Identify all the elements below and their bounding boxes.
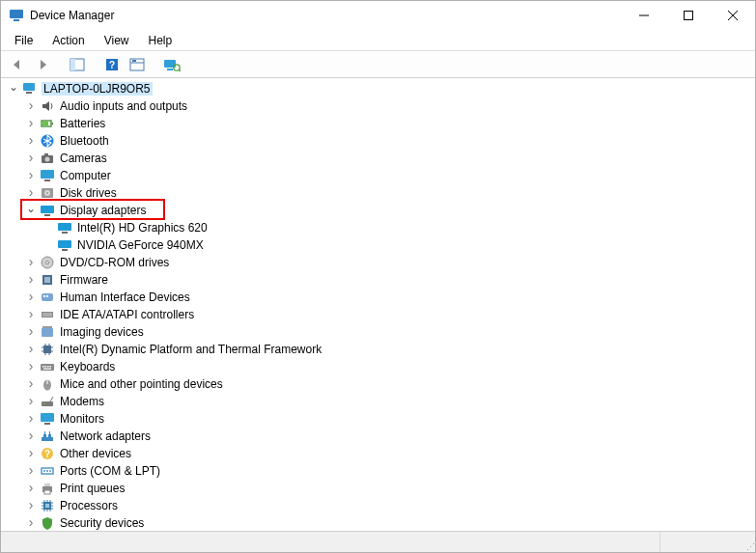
tree-item[interactable]: Network adapters [5, 428, 755, 445]
tree-item-label: Audio inputs and outputs [60, 99, 187, 113]
tree-item[interactable]: Keyboards [5, 358, 755, 375]
chevron-right-icon[interactable] [24, 464, 38, 478]
toolbar-help-button[interactable]: ? [101, 54, 123, 75]
tree-item-label: Intel(R) Dynamic Platform and Thermal Fr… [60, 343, 322, 356]
chevron-right-icon[interactable] [24, 134, 38, 148]
chevron-right-icon[interactable] [24, 169, 38, 182]
tree-item-label: Intel(R) HD Graphics 620 [77, 221, 208, 235]
chevron-right-icon[interactable] [24, 499, 38, 512]
chevron-right-icon[interactable] [24, 273, 38, 287]
svg-rect-31 [41, 206, 54, 213]
chevron-right-icon[interactable] [24, 256, 38, 269]
tree-item[interactable]: Intel(R) HD Graphics 620 [5, 219, 755, 236]
toolbar-properties-button[interactable] [126, 54, 148, 75]
tree-item[interactable]: Audio inputs and outputs [5, 97, 755, 115]
tree-item[interactable]: Ports (COM & LPT) [5, 462, 755, 480]
tree-item[interactable]: Print queues [5, 480, 755, 497]
svg-rect-71 [42, 437, 53, 441]
tree-item[interactable]: Cameras [5, 150, 755, 167]
svg-rect-0 [10, 10, 23, 18]
chevron-right-icon[interactable] [24, 325, 38, 339]
svg-rect-63 [43, 369, 51, 370]
maximize-button[interactable] [666, 1, 711, 30]
chevron-right-icon[interactable] [24, 429, 38, 443]
tree-item[interactable]: Mice and other pointing devices [5, 375, 755, 393]
close-button[interactable] [711, 1, 755, 30]
chevron-down-icon[interactable] [24, 204, 38, 217]
tree-item[interactable]: Disk drives [5, 184, 755, 202]
svg-text:?: ? [109, 60, 115, 70]
chevron-right-icon[interactable] [24, 516, 38, 530]
minimize-button[interactable] [622, 1, 666, 30]
chevron-right-icon[interactable] [24, 99, 38, 113]
toolbar-forward-button[interactable] [32, 54, 53, 75]
tree-item-label: Human Interface Devices [60, 290, 190, 304]
tree-item[interactable]: LAPTOP-0LJR9OR5 [5, 80, 755, 97]
menu-action[interactable]: Action [44, 32, 92, 49]
tree-item-label: NVIDIA GeForce 940MX [77, 238, 204, 252]
toolbar-back-button[interactable] [7, 54, 28, 75]
svg-rect-36 [62, 249, 68, 251]
tree-item[interactable]: Modems [5, 393, 755, 410]
display-icon [57, 237, 72, 253]
svg-rect-20 [52, 123, 54, 124]
tree-item[interactable]: Imaging devices [5, 323, 755, 341]
svg-rect-43 [46, 295, 48, 297]
tree-item[interactable]: Bluetooth [5, 132, 755, 150]
menu-help[interactable]: Help [141, 32, 181, 49]
tree-item[interactable]: NVIDIA GeForce 940MX [5, 236, 755, 254]
svg-rect-17 [23, 83, 35, 91]
device-tree[interactable]: LAPTOP-0LJR9OR5Audio inputs and outputsB… [1, 78, 755, 531]
tree-item[interactable]: Security devices [5, 514, 755, 531]
tree-item[interactable]: Display adapters [5, 202, 755, 219]
modem-icon [40, 394, 55, 409]
svg-rect-70 [44, 423, 50, 425]
menu-view[interactable]: View [97, 32, 137, 49]
svg-rect-35 [58, 240, 71, 248]
tree-item-label: Bluetooth [60, 134, 109, 148]
svg-line-68 [50, 397, 53, 401]
tree-item[interactable]: ?Other devices [5, 445, 755, 462]
window-title: Device Manager [30, 9, 114, 22]
chevron-right-icon[interactable] [24, 360, 38, 373]
tree-item-label: Firmware [60, 273, 108, 287]
chevron-right-icon[interactable] [24, 290, 38, 304]
tree-pane-icon [70, 57, 85, 72]
tree-item[interactable]: DVD/CD-ROM drives [5, 254, 755, 271]
tree-item[interactable]: Intel(R) Dynamic Platform and Thermal Fr… [5, 341, 755, 358]
tree-item[interactable]: Computer [5, 167, 755, 184]
chevron-right-icon[interactable] [24, 117, 38, 130]
chevron-right-icon[interactable] [24, 377, 38, 391]
menu-file[interactable]: File [7, 32, 41, 49]
tree-item-label: Security devices [60, 516, 144, 530]
tree-item[interactable]: Firmware [5, 271, 755, 289]
chevron-right-icon[interactable] [24, 482, 38, 495]
chevron-right-icon[interactable] [24, 412, 38, 426]
tree-item[interactable]: Human Interface Devices [5, 289, 755, 306]
processor-icon [40, 498, 55, 513]
tree-item[interactable]: Batteries [5, 115, 755, 132]
svg-rect-26 [41, 170, 54, 179]
chevron-right-icon[interactable] [24, 343, 38, 356]
chevron-right-icon[interactable] [24, 308, 38, 321]
tree-item-label: DVD/CD-ROM drives [60, 256, 169, 269]
tree-item[interactable]: Processors [5, 497, 755, 514]
resize-grip-icon[interactable]: ⋰ [738, 532, 755, 552]
svg-rect-40 [44, 277, 50, 283]
tree-item[interactable]: IDE ATA/ATAPI controllers [5, 306, 755, 323]
svg-rect-86 [45, 504, 49, 508]
tree-item-label: Keyboards [60, 360, 115, 373]
tree-item[interactable]: Monitors [5, 410, 755, 428]
chevron-right-icon[interactable] [24, 447, 38, 460]
chevron-down-icon[interactable] [7, 82, 20, 96]
scan-hardware-icon [163, 57, 181, 72]
arrow-left-icon [10, 57, 25, 72]
chevron-right-icon[interactable] [24, 152, 38, 165]
toolbar-showtree-button[interactable] [67, 54, 88, 75]
toolbar-scan-button[interactable] [161, 54, 182, 75]
chevron-right-icon[interactable] [24, 186, 38, 200]
svg-rect-44 [42, 312, 53, 318]
help-icon: ? [104, 57, 120, 72]
chevron-right-icon[interactable] [24, 395, 38, 408]
svg-point-24 [45, 157, 50, 162]
